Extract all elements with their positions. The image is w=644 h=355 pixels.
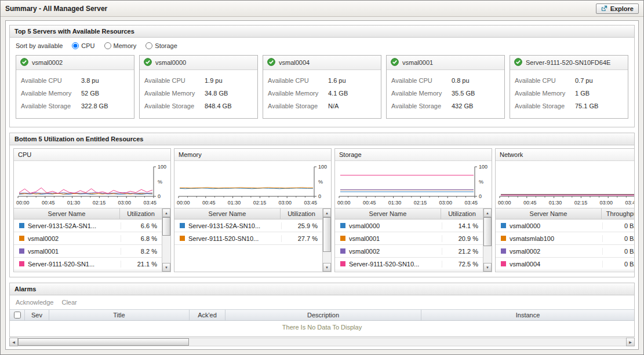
table-row[interactable]: Server-9111-520-SN10...72.5 %: [335, 258, 483, 270]
server-name-cell: vsmal0001: [349, 235, 442, 242]
x-tick-label: 00:00: [337, 200, 351, 206]
table-row[interactable]: vsmal00018.2 %: [14, 245, 162, 258]
server-cards-row: vsmal0002 Available CPU3.8 pu Available …: [10, 52, 634, 127]
server-name-cell: Server-9111-520-SN10...: [349, 261, 442, 268]
x-tick-label: 00:00: [498, 200, 511, 206]
y-axis-min-label: 0: [158, 194, 168, 199]
legend-swatch: [501, 261, 506, 266]
bottom5-panel: Bottom 5 Utilization on Entitled Resourc…: [9, 133, 635, 277]
vertical-scrollbar[interactable]: ▲ ▼: [322, 208, 331, 272]
alarms-panel: Alarms Acknowledge Clear Sev Title Ack'e…: [9, 283, 635, 337]
clear-button[interactable]: Clear: [61, 299, 77, 306]
table-row[interactable]: vsmal00000 B/s: [496, 219, 634, 232]
horizontal-scrollbar-thumb[interactable]: [18, 338, 189, 346]
resource-label: Available CPU: [391, 77, 452, 84]
sort-radio-cpu[interactable]: [72, 42, 79, 49]
scrollbar-thumb[interactable]: [162, 217, 170, 236]
server-name-cell: Server-9131-52A-SN1...: [28, 222, 121, 229]
legend-swatch: [340, 248, 345, 254]
x-tick-label: 01:30: [549, 200, 562, 206]
explore-button[interactable]: Explore: [596, 3, 639, 14]
scroll-down-button[interactable]: ▼: [483, 263, 492, 272]
x-tick-label: 03:45: [464, 200, 478, 206]
resource-value: 1 GB: [575, 90, 590, 97]
cpu-chart-plot: [16, 164, 157, 199]
horizontal-scrollbar[interactable]: ◀ ▶: [9, 338, 635, 346]
acknowledge-button[interactable]: Acknowledge: [16, 299, 53, 306]
subpanel-memory: Memory 100 % 0 00:0000:4501:3002:1503:00…: [174, 148, 332, 272]
table-row[interactable]: vsmal00020 B/s: [496, 245, 634, 258]
legend-swatch: [19, 261, 24, 266]
table-row[interactable]: Server-9111-520-SN10...27.7 %: [174, 232, 322, 245]
resource-label: Available Memory: [144, 90, 205, 97]
x-tick-label: 03:00: [279, 200, 292, 206]
table-row[interactable]: vsmal000120.9 %: [335, 232, 483, 245]
scrollbar-thumb[interactable]: [323, 217, 331, 252]
vertical-scrollbar[interactable]: ▲ ▼: [483, 208, 492, 272]
column-header-server-name: Server Name: [496, 208, 602, 219]
server-card[interactable]: Server-9111-520-SN10FD64E Available CPU0…: [510, 55, 628, 119]
scroll-up-button[interactable]: ▲: [323, 208, 331, 217]
resource-value: 432 GB: [452, 103, 473, 109]
resource-value: 848.4 GB: [205, 103, 231, 109]
scroll-left-button[interactable]: ◀: [9, 338, 18, 346]
resource-label: Available CPU: [21, 77, 81, 84]
table-row[interactable]: vsmal00026.8 %: [14, 232, 162, 245]
resource-value: 1.9 pu: [205, 77, 223, 84]
server-name-cell: vsmal0000: [349, 222, 442, 229]
x-tick-label: 00:45: [202, 200, 216, 206]
resource-label: Available Storage: [21, 103, 81, 109]
status-ok-icon: [267, 58, 275, 67]
sort-option-storage-label: Storage: [155, 42, 177, 49]
sort-radio-memory[interactable]: [104, 42, 111, 49]
sort-radio-storage[interactable]: [145, 42, 152, 49]
legend-swatch: [19, 223, 24, 228]
resource-label: Available Storage: [268, 103, 328, 109]
subpanel-cpu: CPU 100 % 0 00:0000:4501:3002:1503:0003:…: [13, 148, 171, 272]
server-card[interactable]: vsmal0001 Available CPU0.8 pu Available …: [386, 55, 505, 119]
resource-value: 52 GB: [81, 90, 99, 97]
sort-option-cpu[interactable]: CPU: [72, 42, 94, 49]
server-card[interactable]: vsmal0004 Available CPU1.6 pu Available …: [263, 55, 381, 119]
subpanel-storage-title: Storage: [335, 149, 492, 161]
scroll-up-button[interactable]: ▲: [483, 208, 492, 217]
server-card[interactable]: vsmal0002 Available CPU3.8 pu Available …: [16, 55, 134, 119]
x-axis-tick-labels: 00:0000:4501:3002:1503:0003:45: [337, 199, 492, 208]
table-row[interactable]: Server-9131-52A-SN1...6.6 %: [14, 219, 162, 232]
horizontal-scroll-track[interactable]: [18, 338, 626, 346]
table-row[interactable]: vsmatsmlab1000 B/s: [496, 232, 634, 245]
utilization-value: 21.1 %: [121, 261, 162, 268]
scroll-down-button[interactable]: ▼: [162, 263, 170, 272]
table-row[interactable]: vsmal000221.2 %: [335, 245, 483, 258]
y-axis-max-label: 100: [479, 164, 489, 170]
throughput-value: 0 B/s: [603, 261, 634, 268]
table-row[interactable]: vsmal000014.1 %: [335, 219, 483, 232]
table-row[interactable]: Server-9111-520-SN1...21.1 %: [14, 258, 162, 270]
subpanel-storage: Storage 100 % 0 00:0000:4501:3002:1503:0…: [334, 148, 492, 272]
scroll-up-button[interactable]: ▲: [162, 208, 170, 217]
network-chart-plot: [498, 164, 634, 199]
column-header-acked: Ack'ed: [190, 310, 225, 320]
column-header-instance: Instance: [421, 310, 634, 320]
empty-table-message: There Is No Data To Display: [10, 321, 634, 336]
y-axis-max-label: 100: [318, 164, 329, 170]
column-header-server-name: Server Name: [174, 208, 281, 219]
storage-utilization-chart: 100 % 0 00:0000:4501:3002:1503:0003:45: [335, 161, 492, 208]
server-name: vsmal0000: [155, 59, 186, 66]
server-card[interactable]: vsmal0000 Available CPU1.9 pu Available …: [139, 55, 258, 119]
scroll-down-button[interactable]: ▼: [323, 263, 331, 272]
scrollbar-thumb[interactable]: [483, 217, 492, 246]
select-all-checkbox[interactable]: [14, 312, 21, 319]
top5-panel-header: Top 5 Servers with Available Resources: [10, 25, 634, 38]
table-row[interactable]: Server-9131-52A-SN10...25.9 %: [174, 219, 322, 232]
throughput-value: 0 B/s: [603, 235, 634, 242]
vertical-scrollbar[interactable]: ▲ ▼: [162, 208, 170, 272]
scroll-right-button[interactable]: ▶: [626, 338, 635, 346]
sort-option-memory[interactable]: Memory: [104, 42, 137, 49]
column-header-utilization: Utilization: [120, 208, 162, 219]
resource-label: Available Memory: [515, 90, 575, 97]
table-row[interactable]: vsmal00040 B/s: [496, 258, 634, 270]
status-ok-icon: [514, 58, 522, 67]
sort-option-storage[interactable]: Storage: [145, 42, 177, 49]
column-header-utilization: Utilization: [281, 208, 322, 219]
